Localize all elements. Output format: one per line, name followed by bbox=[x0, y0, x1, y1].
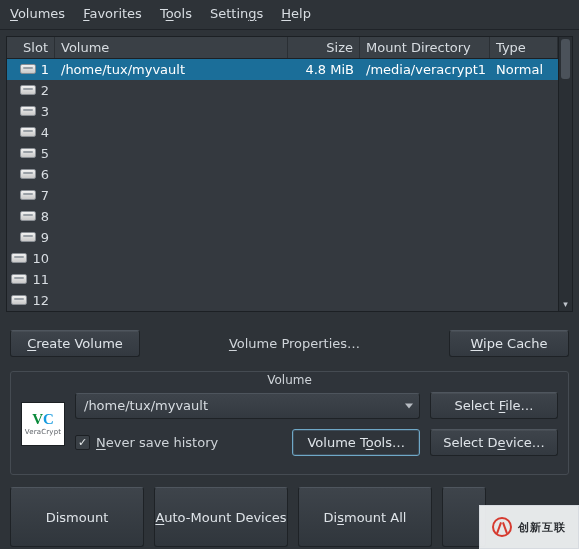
volume-table: Slot Volume Size Mount Directory Type 1 … bbox=[6, 36, 573, 312]
scrollbar[interactable]: ▾ bbox=[558, 37, 572, 311]
cell-volume: /home/tux/myvault bbox=[55, 60, 288, 79]
create-volume-button[interactable]: Create Volume bbox=[10, 330, 140, 357]
select-device-button[interactable]: Select Device… bbox=[430, 429, 558, 456]
menu-help-label: elp bbox=[291, 6, 311, 21]
scroll-thumb[interactable] bbox=[561, 39, 570, 79]
table-row[interactable]: 10 bbox=[7, 248, 558, 269]
drive-icon bbox=[20, 106, 36, 116]
drive-icon bbox=[11, 253, 27, 263]
menu-help[interactable]: Help bbox=[281, 6, 311, 21]
drive-icon bbox=[11, 295, 27, 305]
table-row[interactable]: 2 bbox=[7, 80, 558, 101]
logo-text: VeraCrypt bbox=[25, 428, 62, 436]
table-row[interactable]: 11 bbox=[7, 269, 558, 290]
menu-tools-label: ols bbox=[174, 6, 192, 21]
drive-icon bbox=[20, 85, 36, 95]
menu-tools[interactable]: Tools bbox=[160, 6, 192, 21]
slot-number: 5 bbox=[41, 146, 49, 161]
checkmark-icon: ✓ bbox=[75, 435, 90, 450]
table-row[interactable]: 3 bbox=[7, 101, 558, 122]
cell-mount: /media/veracrypt1 bbox=[360, 60, 490, 79]
mid-button-row: Create Volume Volume Properties… Wipe Ca… bbox=[0, 312, 579, 367]
slot-number: 1 bbox=[41, 62, 49, 77]
cell-type: Normal bbox=[490, 60, 558, 79]
table-row[interactable]: 6 bbox=[7, 164, 558, 185]
menu-volumes[interactable]: Volumes bbox=[10, 6, 65, 21]
watermark-logo-icon bbox=[492, 517, 512, 537]
table-row[interactable]: 8 bbox=[7, 206, 558, 227]
watermark-text: 创新互联 bbox=[518, 520, 566, 535]
slot-number: 7 bbox=[41, 188, 49, 203]
table-row[interactable]: 9 bbox=[7, 227, 558, 248]
slot-number: 2 bbox=[41, 83, 49, 98]
menu-favorites[interactable]: Favorites bbox=[83, 6, 142, 21]
volume-path-combo[interactable]: /home/tux/myvault bbox=[75, 393, 420, 419]
slot-number: 11 bbox=[32, 272, 49, 287]
table-row[interactable]: 4 bbox=[7, 122, 558, 143]
col-volume[interactable]: Volume bbox=[55, 37, 288, 58]
scroll-down-icon[interactable]: ▾ bbox=[559, 297, 572, 311]
drive-icon bbox=[20, 127, 36, 137]
slot-number: 9 bbox=[41, 230, 49, 245]
group-title: Volume bbox=[11, 371, 568, 387]
never-save-history-checkbox[interactable]: ✓ Never save history bbox=[75, 435, 218, 450]
drive-icon bbox=[20, 148, 36, 158]
volume-properties-button[interactable]: Volume Properties… bbox=[229, 336, 360, 351]
menu-settings-label: s bbox=[257, 6, 264, 21]
volume-group: Volume VC VeraCrypt /home/tux/myvault Se… bbox=[10, 371, 569, 475]
dismount-all-button[interactable]: Dismount All bbox=[298, 487, 432, 547]
slot-number: 8 bbox=[41, 209, 49, 224]
chevron-down-icon bbox=[405, 403, 413, 408]
drive-icon bbox=[20, 64, 36, 74]
col-type[interactable]: Type bbox=[490, 37, 558, 58]
slot-number: 3 bbox=[41, 104, 49, 119]
cell-size: 4.8 MiB bbox=[288, 60, 360, 79]
wipe-cache-button[interactable]: Wipe Cache bbox=[449, 330, 569, 357]
slot-number: 4 bbox=[41, 125, 49, 140]
select-file-button[interactable]: Select File… bbox=[430, 392, 558, 419]
table-row[interactable]: 7 bbox=[7, 185, 558, 206]
slot-number: 6 bbox=[41, 167, 49, 182]
drive-icon bbox=[20, 190, 36, 200]
menubar: Volumes Favorites Tools Settings Help bbox=[0, 0, 579, 30]
table-row[interactable]: 5 bbox=[7, 143, 558, 164]
menu-favorites-label: avorites bbox=[89, 6, 141, 21]
col-slot[interactable]: Slot bbox=[7, 37, 55, 58]
col-mount[interactable]: Mount Directory bbox=[360, 37, 490, 58]
slot-number: 10 bbox=[32, 251, 49, 266]
drive-icon bbox=[20, 232, 36, 242]
watermark: 创新互联 bbox=[479, 505, 579, 549]
volume-path-value: /home/tux/myvault bbox=[84, 398, 208, 413]
dismount-button[interactable]: Dismount bbox=[10, 487, 144, 547]
menu-settings[interactable]: Settings bbox=[210, 6, 263, 21]
automount-button[interactable]: Auto-Mount Devices bbox=[154, 487, 288, 547]
volume-tools-button[interactable]: Volume Tools… bbox=[292, 429, 420, 456]
drive-icon bbox=[11, 274, 27, 284]
table-row[interactable]: 12 bbox=[7, 290, 558, 311]
slot-number: 12 bbox=[32, 293, 49, 308]
table-header: Slot Volume Size Mount Directory Type bbox=[7, 37, 558, 59]
veracrypt-logo: VC VeraCrypt bbox=[21, 402, 65, 446]
table-row[interactable]: 1 /home/tux/myvault 4.8 MiB /media/verac… bbox=[7, 59, 558, 80]
drive-icon bbox=[20, 211, 36, 221]
col-size[interactable]: Size bbox=[288, 37, 360, 58]
drive-icon bbox=[20, 169, 36, 179]
menu-volumes-label: olumes bbox=[18, 6, 65, 21]
